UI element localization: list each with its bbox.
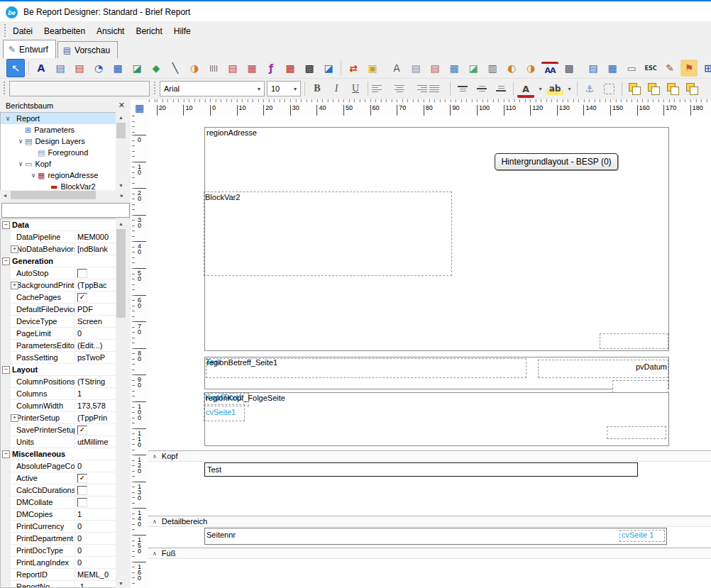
font-family-select[interactable]: Arial▾	[160, 81, 265, 96]
property-row[interactable]: PrintCurrency0	[1, 521, 116, 533]
collapse-box-icon[interactable]: −	[2, 257, 10, 265]
pvdatum-object[interactable]: pvDatum	[538, 360, 668, 378]
scrollbar-thumb[interactable]	[116, 229, 126, 318]
bold-button[interactable]: B	[309, 80, 326, 97]
image2-tool[interactable]: ◪	[320, 60, 337, 77]
chevron-down-icon[interactable]: ∨	[4, 115, 12, 122]
property-row[interactable]: ReportIDMEML_0	[1, 569, 116, 581]
property-row[interactable]: +PrinterSetup(TppPrin	[1, 412, 116, 424]
expand-box-icon[interactable]: +	[11, 245, 18, 253]
tree-vertical-scrollbar[interactable]: ▲▼	[116, 112, 126, 190]
font-size-select[interactable]: 10▾	[267, 81, 301, 96]
property-row[interactable]: DataPipelineMEM000	[1, 231, 116, 243]
collapse-box-icon[interactable]: −	[2, 450, 10, 458]
chevron-down-icon[interactable]: ∨	[16, 138, 25, 145]
scrollbar-thumb[interactable]	[116, 123, 126, 138]
scroll-up-icon[interactable]: ▲	[116, 112, 126, 122]
barcode2d-tool[interactable]: ▩	[301, 60, 318, 77]
chevron-down-icon[interactable]: ▾	[290, 86, 300, 92]
checkbox-unchecked-icon[interactable]	[77, 498, 87, 507]
shape-tool[interactable]: ◆	[148, 60, 165, 77]
pageflow-tool[interactable]: ⇄	[345, 60, 362, 77]
align-justify-button[interactable]	[429, 80, 446, 97]
property-row[interactable]: AutoStop	[1, 267, 116, 279]
property-row[interactable]: DMCopies1	[1, 509, 116, 521]
doc-barcode-tool[interactable]: ▥	[484, 60, 501, 77]
band-collapse-icon[interactable]: ∧	[153, 518, 157, 525]
property-row[interactable]: PrintDepartment0	[1, 533, 116, 545]
tree-item-report[interactable]: ∨Report	[1, 113, 116, 124]
object-selector-input[interactable]	[1, 203, 130, 218]
property-row[interactable]: PageLimit0	[1, 328, 116, 340]
calc-red-tool[interactable]: ▦	[282, 60, 299, 77]
brush-tool[interactable]: ✎	[661, 60, 678, 77]
bring-to-front-button[interactable]	[626, 80, 643, 97]
tree-item-foreground[interactable]: ▤Foreground	[1, 147, 116, 158]
toolbar-gripper[interactable]	[153, 82, 156, 96]
textwidth-tool[interactable]: AA	[541, 62, 558, 77]
chart-tool[interactable]: ◑	[186, 60, 203, 77]
highlight-color-button[interactable]: ab	[546, 82, 563, 95]
container3d-tool[interactable]: ▣	[364, 60, 381, 77]
doc-chart2-tool[interactable]: ◑	[522, 60, 539, 77]
property-value[interactable]: 1	[75, 388, 116, 399]
property-value[interactable]: 0	[75, 545, 116, 556]
toolbar-gripper[interactable]	[3, 82, 6, 96]
property-value[interactable]: 0	[75, 557, 116, 568]
datatree-tool[interactable]: ▤	[585, 60, 602, 77]
property-value[interactable]: ✓	[75, 472, 116, 484]
cvseite1-object[interactable]: cvSeite1	[204, 404, 245, 421]
grid-tool[interactable]: ⊞	[700, 60, 711, 77]
property-value[interactable]: 0	[75, 460, 116, 472]
kopf-test-textbox[interactable]: Test	[204, 462, 638, 477]
expression-tool[interactable]: ƒ	[263, 60, 280, 77]
band-collapse-icon[interactable]: ∧	[153, 453, 157, 460]
align-left-button[interactable]	[372, 80, 389, 97]
underline-button[interactable]: U	[347, 80, 364, 97]
select-tool[interactable]: ↖	[6, 59, 25, 77]
menu-item-bericht[interactable]: Bericht	[130, 23, 167, 40]
esc-tool[interactable]: ESC	[642, 60, 659, 77]
valign-bottom-button[interactable]	[492, 80, 509, 97]
property-value[interactable]	[75, 267, 116, 279]
property-value[interactable]: ✓	[75, 424, 116, 436]
blockvar2-object[interactable]: BlockVar2	[204, 192, 452, 276]
property-value[interactable]: 173,578	[75, 400, 116, 411]
doc-chart-tool[interactable]: ◐	[503, 60, 520, 77]
dbcalc-tool[interactable]: ▦	[109, 60, 126, 77]
highlight-color-dropdown[interactable]: ▾	[566, 80, 573, 97]
memo-tool[interactable]: ▤	[52, 60, 69, 77]
property-row[interactable]: DefaultFileDeviceTPDF	[1, 304, 116, 316]
tree-item-parameters[interactable]: ⊞Parameters	[1, 124, 116, 135]
doc-code-tool[interactable]: ▩	[561, 60, 578, 77]
valign-middle-button[interactable]	[473, 80, 490, 97]
property-value[interactable]: (Edit...)	[75, 340, 116, 351]
property-value[interactable]: 0	[75, 533, 116, 544]
property-row[interactable]: ReportNo-1	[1, 581, 116, 588]
checkbox-unchecked-icon[interactable]	[77, 486, 87, 495]
property-row[interactable]: DMCollate	[1, 497, 116, 509]
property-row[interactable]: +BackgroundPrintSe(TppBac	[1, 279, 116, 292]
property-value[interactable]: 1	[75, 509, 116, 520]
property-value[interactable]: -1	[75, 581, 116, 588]
doc-copy-tool[interactable]: ▤	[407, 60, 424, 77]
scroll-right-icon[interactable]: ►	[117, 190, 127, 200]
property-value[interactable]	[75, 497, 116, 508]
doc-richtext-tool[interactable]: ▤	[426, 60, 443, 77]
band-collapse-icon[interactable]: ∧	[153, 550, 157, 557]
detail-region[interactable]: Seitennr cvSeite 1	[204, 528, 667, 545]
property-row[interactable]: PrintDocType0	[1, 545, 116, 557]
db-richtext-tool[interactable]: ▤	[224, 60, 241, 77]
property-row[interactable]: PrintLangIndex0	[1, 557, 116, 569]
style-input[interactable]	[9, 81, 150, 96]
property-value[interactable]: [ndBlank	[75, 243, 116, 255]
checkbox-checked-icon[interactable]: ✓	[77, 426, 87, 435]
tree-item-design-layers[interactable]: ∨▤Design Layers	[1, 135, 116, 147]
hintergrundlayout-button[interactable]: Hintergrundlayout - BESP (0)	[495, 153, 618, 170]
scroll-left-icon[interactable]: ◄	[0, 190, 10, 200]
doc-image-tool[interactable]: ◪	[465, 60, 482, 77]
property-value[interactable]: MEML_0	[75, 569, 116, 580]
property-value[interactable]: utMillime	[75, 436, 116, 448]
property-row[interactable]: ColumnWidth173,578	[1, 400, 116, 412]
property-value[interactable]: 0	[75, 328, 116, 339]
